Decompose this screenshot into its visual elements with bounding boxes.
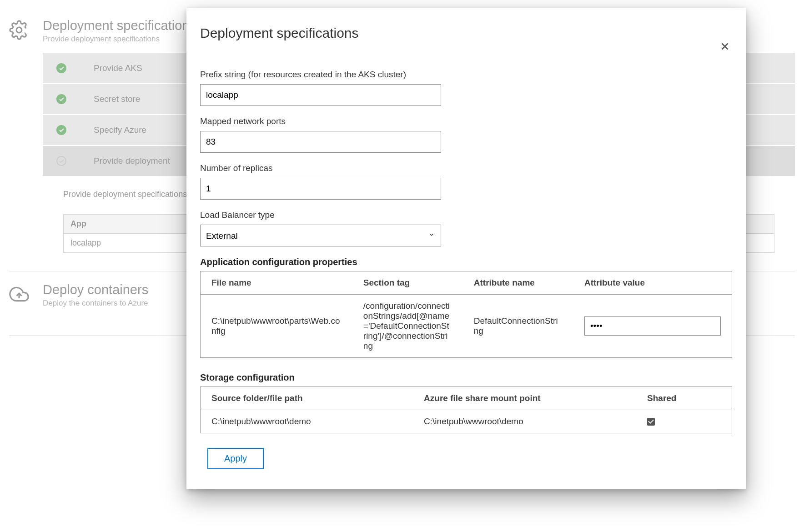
col-header-filename: File name [201,271,352,295]
ports-label: Mapped network ports [200,116,732,126]
close-button[interactable] [718,39,732,54]
cell-attrvalue [573,295,732,358]
table-row: C:\inetpub\wwwroot\demo C:\inetpub\wwwro… [201,410,732,433]
cell-shared [636,410,732,433]
close-icon [719,40,731,52]
col-header-sectiontag: Section tag [352,271,463,295]
col-header-source: Source folder/file path [201,387,413,410]
app-config-table: File name Section tag Attribute name Att… [200,271,732,358]
table-row: C:\inetpub\wwwroot\parts\Web.config /con… [201,295,732,358]
apply-button[interactable]: Apply [207,448,264,469]
prefix-label: Prefix string (for resources created in … [200,70,732,80]
app-config-title: Application configuration properties [200,257,732,267]
prefix-input[interactable] [200,84,441,106]
replicas-input[interactable] [200,178,441,200]
storage-config-title: Storage configuration [200,372,732,383]
ports-input[interactable] [200,131,441,153]
modal-title: Deployment specifications [200,25,359,41]
storage-config-table: Source folder/file path Azure file share… [200,386,732,433]
cell-attrname: DefaultConnectionString [463,295,573,358]
lb-select[interactable]: External [200,225,441,246]
attr-value-input[interactable] [584,316,721,336]
cell-filename: C:\inetpub\wwwroot\parts\Web.config [201,295,352,358]
lb-label: Load Balancer type [200,210,732,220]
shared-checkbox[interactable] [647,418,655,426]
cell-mount: C:\inetpub\wwwroot\demo [413,410,636,433]
col-header-mount: Azure file share mount point [413,387,636,410]
col-header-attrname: Attribute name [463,271,573,295]
cell-sectiontag: /configuration/connectionStrings/add[@na… [352,295,463,358]
col-header-attrvalue: Attribute value [573,271,732,295]
deployment-spec-modal: Deployment specifications Prefix string … [186,8,746,489]
replicas-label: Number of replicas [200,163,732,173]
col-header-shared: Shared [636,387,732,410]
cell-source: C:\inetpub\wwwroot\demo [201,410,413,433]
